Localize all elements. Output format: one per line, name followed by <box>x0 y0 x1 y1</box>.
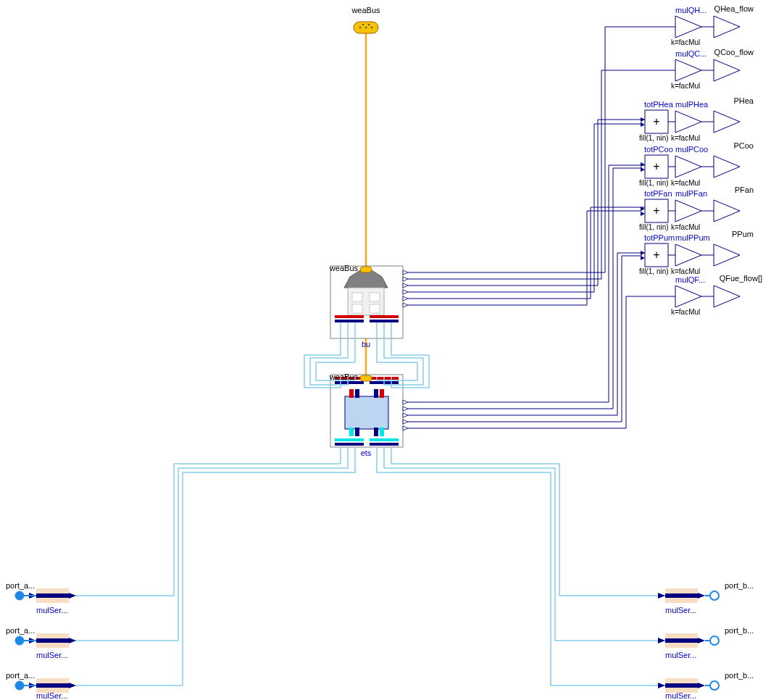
QCoo-port[interactable] <box>714 59 740 81</box>
QFue-port[interactable] <box>714 286 740 307</box>
mulPFan-gain[interactable] <box>675 200 701 222</box>
svg-marker-56 <box>641 117 645 122</box>
weabus-top-label: weaBus <box>351 6 380 14</box>
diagram-canvas: weaBus weaBus bu <box>0 0 771 700</box>
QFue-port-label: QFue_flow[] <box>720 274 762 283</box>
totPCoo-label: totPCoo <box>644 145 673 154</box>
svg-text:+: + <box>653 160 659 172</box>
svg-marker-75 <box>675 200 701 222</box>
svg-marker-18 <box>403 270 408 275</box>
svg-marker-43 <box>403 400 408 404</box>
svg-rect-33 <box>370 438 399 441</box>
PCoo-port[interactable] <box>714 156 740 178</box>
port-b-1[interactable] <box>658 633 719 648</box>
weabus-connector-top[interactable] <box>354 22 378 33</box>
svg-point-3 <box>371 27 373 29</box>
svg-rect-32 <box>335 443 364 446</box>
port-a-2-portlabel: port_a... <box>6 671 35 680</box>
svg-rect-12 <box>370 304 380 313</box>
mulQHea-k: k=facMul <box>671 38 700 46</box>
svg-point-105 <box>15 681 24 690</box>
port-b-0[interactable] <box>658 588 719 603</box>
port-a-1-name: mulSer... <box>36 651 67 659</box>
svg-rect-14 <box>335 315 364 318</box>
svg-text:+: + <box>653 249 659 261</box>
signal-lines <box>408 27 675 428</box>
PHea-port[interactable] <box>714 111 740 133</box>
port-b-2[interactable] <box>658 678 719 693</box>
svg-marker-85 <box>714 244 740 266</box>
svg-rect-108 <box>665 593 698 598</box>
totPFan-sum[interactable]: + <box>641 199 668 222</box>
svg-marker-51 <box>675 59 701 81</box>
svg-point-1 <box>359 27 362 29</box>
svg-rect-42 <box>374 428 378 436</box>
svg-point-117 <box>710 636 719 645</box>
mulQCoo-label: mulQC... <box>675 49 707 58</box>
mulQHea-gain[interactable] <box>675 16 701 38</box>
svg-marker-20 <box>403 283 408 288</box>
svg-text:+: + <box>653 115 659 128</box>
svg-marker-97 <box>69 638 76 643</box>
totPFan-fill: fill(1, nin) <box>639 223 669 231</box>
svg-marker-21 <box>403 290 408 294</box>
port-a-1[interactable] <box>15 633 76 648</box>
building-weabus-label: weaBus <box>329 264 359 272</box>
PPum-port-label: PPum <box>732 230 754 238</box>
port-b-2-portlabel: port_b... <box>725 671 754 680</box>
port-b-2-name: mulSer... <box>665 691 696 700</box>
svg-marker-45 <box>403 413 408 417</box>
svg-rect-9 <box>352 293 362 301</box>
port-a-2[interactable] <box>15 678 76 693</box>
svg-rect-16 <box>370 315 399 318</box>
port-a-0[interactable] <box>15 588 76 603</box>
totPCoo-sum[interactable]: + <box>641 155 668 178</box>
svg-rect-27 <box>335 381 364 384</box>
QCoo-port-label: QCoo_flow <box>714 48 754 57</box>
svg-point-111 <box>710 591 719 600</box>
svg-marker-47 <box>403 426 408 430</box>
port-b-0-portlabel: port_b... <box>725 581 754 590</box>
PPum-port[interactable] <box>714 244 740 266</box>
mulPPum-gain[interactable] <box>675 244 701 266</box>
ets-weabus-label: weaBus <box>329 372 359 381</box>
mulPHea-gain[interactable] <box>675 111 701 133</box>
svg-marker-67 <box>675 156 701 178</box>
ets-label: ets <box>361 449 372 457</box>
svg-marker-50 <box>714 16 740 38</box>
svg-rect-40 <box>380 428 384 436</box>
building-weabus-badge <box>360 267 372 272</box>
mulPCoo-gain[interactable] <box>675 156 701 178</box>
totPHea-label: totPHea <box>644 100 674 109</box>
svg-rect-34 <box>370 443 399 446</box>
svg-rect-15 <box>335 320 364 322</box>
mulPPum-k: k=facMul <box>671 267 700 275</box>
PHea-port-label: PHea <box>733 96 754 105</box>
svg-marker-115 <box>698 638 705 643</box>
mulPCoo-label: mulPCoo <box>675 145 708 154</box>
svg-marker-22 <box>403 296 408 301</box>
svg-marker-44 <box>403 407 408 411</box>
port-a-0-portlabel: port_a... <box>6 581 35 590</box>
QHea-port[interactable] <box>714 16 740 38</box>
totPPum-sum[interactable]: + <box>641 243 668 267</box>
svg-marker-65 <box>641 167 645 172</box>
svg-rect-11 <box>352 304 362 313</box>
mulQHea-label: mulQH... <box>675 6 707 14</box>
svg-rect-90 <box>36 593 69 598</box>
svg-rect-120 <box>665 683 698 688</box>
svg-text:+: + <box>653 204 659 217</box>
mulPFan-k: k=facMul <box>671 223 700 231</box>
totPHea-sum[interactable]: + <box>641 110 668 133</box>
port-a-2-name: mulSer... <box>36 691 67 700</box>
mulQCoo-gain[interactable] <box>675 59 701 81</box>
PCoo-port-label: PCoo <box>733 141 754 150</box>
svg-rect-13 <box>360 267 372 272</box>
svg-rect-39 <box>349 428 354 436</box>
mulQFue-gain[interactable] <box>675 286 701 307</box>
mulPPum-label: mulPPum <box>675 233 710 242</box>
PFan-port[interactable] <box>714 200 740 222</box>
svg-marker-53 <box>714 59 740 81</box>
svg-marker-57 <box>641 122 645 127</box>
svg-rect-102 <box>36 683 69 688</box>
